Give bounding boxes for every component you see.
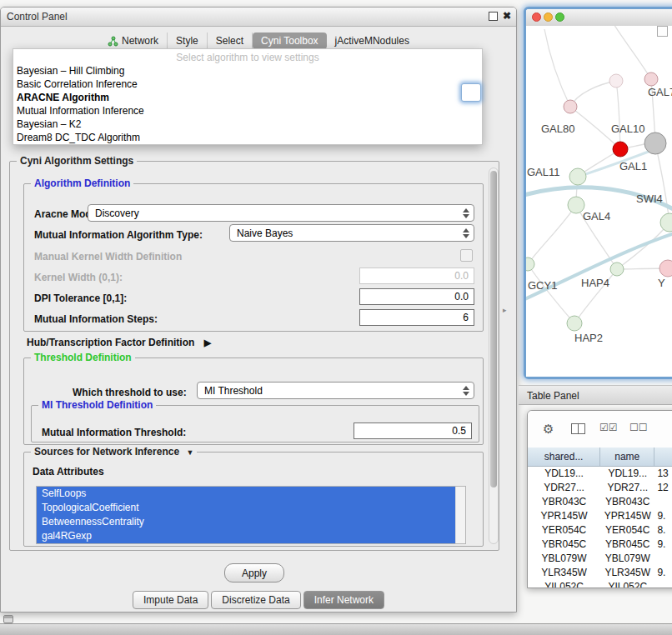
desktop: Control Panel ✖ Network Style Select Cyn bbox=[0, 0, 672, 635]
control-panel-window: Control Panel ✖ Network Style Select Cyn bbox=[0, 7, 517, 612]
close-icon[interactable]: ✖ bbox=[503, 11, 511, 21]
table-window: ⚙ ☑☑ ☐☐ shared... name YDL19...YDL19...1… bbox=[527, 410, 672, 588]
tab-network[interactable]: Network bbox=[99, 32, 168, 49]
mi-type-select[interactable]: Naive Bayes bbox=[229, 224, 474, 242]
tab-cyni-toolbox[interactable]: Cyni Toolbox bbox=[253, 32, 326, 49]
column-header-shared-name[interactable]: shared... bbox=[528, 448, 600, 466]
table-row[interactable]: YDL19...YDL19...13 bbox=[528, 466, 672, 480]
node-label: Y bbox=[658, 277, 665, 289]
tab-style[interactable]: Style bbox=[168, 32, 208, 49]
table-row[interactable]: YPR145WYPR145W9. bbox=[528, 508, 672, 522]
table-row[interactable]: YER054CYER054C8. bbox=[528, 522, 672, 537]
dropdown-item[interactable]: Basic Correlation Inference bbox=[13, 78, 482, 91]
node-label: GAL1 bbox=[619, 160, 647, 172]
dpi-tolerance-label: DPI Tolerance [0,1]: bbox=[34, 292, 127, 304]
mi-steps-input[interactable]: 6 bbox=[359, 309, 474, 326]
tab-style-label: Style bbox=[176, 35, 198, 47]
cell bbox=[654, 494, 672, 508]
network-window-titlebar[interactable] bbox=[526, 9, 672, 27]
node-label: HAP4 bbox=[581, 277, 609, 289]
attribute-list[interactable]: SelfLoops TopologicalCoefficient Between… bbox=[36, 486, 466, 544]
focused-search-button[interactable] bbox=[461, 83, 481, 102]
network-node-gcy1[interactable] bbox=[526, 258, 534, 271]
dropdown-item[interactable]: Mutual Information Inference bbox=[13, 104, 482, 118]
table-panel-title: Table Panel bbox=[527, 390, 579, 402]
node-label: HAP2 bbox=[574, 332, 603, 344]
dropdown-item[interactable]: Bayesian – Hill Climbing bbox=[13, 64, 482, 78]
network-canvas[interactable]: GAL7 GAL80 GAL10 GAL11 GAL1 SWI4 GAL4 GC… bbox=[526, 26, 672, 377]
table-row[interactable]: YDR27...YDR27...12 bbox=[528, 480, 672, 494]
dock-panel-icon[interactable] bbox=[3, 615, 13, 623]
sources-title-label: Sources for Network Inference bbox=[34, 446, 179, 458]
column-layout-icon[interactable] bbox=[571, 423, 585, 434]
tab-select[interactable]: Select bbox=[208, 32, 253, 49]
sources-title[interactable]: Sources for Network Inference ▼ bbox=[31, 446, 197, 458]
deselect-all-icon[interactable]: ☐☐ bbox=[629, 422, 648, 433]
cell: 12 bbox=[654, 480, 672, 494]
dropdown-placeholder[interactable]: Select algorithm to view settings bbox=[13, 51, 482, 64]
tab-infer-network[interactable]: Infer Network bbox=[303, 591, 384, 609]
table-panel-header[interactable]: Table Panel bbox=[519, 385, 672, 405]
table-row[interactable]: YBL079WYBL079W bbox=[528, 551, 672, 565]
tab-impute-data[interactable]: Impute Data bbox=[133, 591, 208, 609]
float-window-icon[interactable] bbox=[489, 12, 498, 21]
control-panel-titlebar[interactable]: Control Panel ✖ bbox=[1, 8, 516, 27]
network-node-pink[interactable] bbox=[659, 260, 672, 277]
network-node-selected-red[interactable] bbox=[613, 142, 628, 157]
network-node-gal7[interactable] bbox=[644, 72, 658, 86]
settings-scrollbar[interactable] bbox=[489, 168, 499, 544]
stepper-arrows-icon bbox=[463, 228, 469, 238]
network-node-hap4[interactable] bbox=[610, 262, 624, 276]
cyni-settings-group: Cyni Algorithm Settings Algorithm Defini… bbox=[9, 161, 499, 551]
zoom-traffic-light[interactable] bbox=[555, 12, 564, 22]
apply-button[interactable]: Apply bbox=[224, 563, 284, 582]
cell: YLR345W bbox=[528, 565, 600, 579]
dropdown-item[interactable]: Dream8 DC_TDC Algorithm bbox=[13, 131, 482, 144]
attribute-item-selected[interactable]: BetweennessCentrality bbox=[37, 515, 456, 529]
dropdown-item-selected[interactable]: ARACNE Algorithm bbox=[13, 91, 482, 104]
expanded-arrow-icon: ▼ bbox=[186, 448, 193, 457]
mi-threshold-input[interactable]: 0.5 bbox=[354, 422, 472, 439]
close-traffic-light[interactable] bbox=[532, 12, 541, 22]
network-node-gal4[interactable] bbox=[568, 197, 584, 213]
network-node-gal1[interactable] bbox=[569, 168, 586, 185]
hub-section-label: Hub/Transcription Factor Definition bbox=[27, 337, 194, 348]
which-threshold-select[interactable]: MI Threshold bbox=[197, 382, 474, 399]
dpi-tolerance-input[interactable]: 0.0 bbox=[359, 288, 474, 305]
attribute-item-selected[interactable]: gal4RGexp bbox=[37, 529, 456, 543]
network-node-gal80[interactable] bbox=[564, 100, 577, 113]
attribute-item-selected[interactable]: SelfLoops bbox=[37, 487, 456, 501]
node-label: GAL11 bbox=[527, 166, 560, 178]
select-all-icon[interactable]: ☑☑ bbox=[599, 422, 618, 433]
column-header-name[interactable]: name bbox=[600, 448, 654, 466]
attribute-item-selected[interactable]: TopologicalCoefficient bbox=[37, 501, 456, 515]
birdseye-toggle[interactable] bbox=[657, 26, 668, 37]
network-node-gray[interactable] bbox=[644, 132, 666, 154]
minimize-traffic-light[interactable] bbox=[544, 12, 553, 22]
network-view-window: GAL7 GAL80 GAL10 GAL11 GAL1 SWI4 GAL4 GC… bbox=[524, 7, 672, 379]
aracne-mode-select[interactable]: Discovery bbox=[88, 204, 474, 222]
settings-gear-icon[interactable]: ⚙ bbox=[543, 422, 554, 437]
table-row[interactable]: YLR345WYLR345W9. bbox=[528, 565, 672, 579]
mi-type-label: Mutual Information Algorithm Type: bbox=[34, 229, 203, 241]
table-row[interactable]: YBR043CYBR043C bbox=[528, 494, 672, 508]
which-threshold-value: MI Threshold bbox=[204, 385, 263, 397]
table-row[interactable]: YBR045CYBR045C9. bbox=[528, 537, 672, 551]
tab-jactivemnodules[interactable]: jActiveMNodules bbox=[327, 32, 418, 49]
cell: YIL052C bbox=[528, 579, 600, 588]
kernel-width-input[interactable]: 0.0 bbox=[359, 268, 474, 284]
kernel-width-label: Kernel Width (0,1): bbox=[34, 272, 123, 283]
network-node[interactable] bbox=[660, 213, 672, 232]
tab-discretize-data[interactable]: Discretize Data bbox=[211, 591, 300, 609]
manual-kernel-checkbox[interactable] bbox=[460, 249, 473, 262]
network-node[interactable] bbox=[609, 74, 623, 88]
column-header-extra[interactable] bbox=[654, 448, 672, 466]
cell: YBL079W bbox=[528, 551, 600, 565]
scrollbar-thumb[interactable] bbox=[490, 171, 497, 488]
table-row[interactable]: YIL052CYIL052C bbox=[528, 579, 672, 588]
network-node-hap2[interactable] bbox=[567, 316, 582, 331]
list-scrollbar[interactable] bbox=[455, 487, 465, 543]
panel-splitter-arrow[interactable]: ▸ bbox=[503, 306, 507, 314]
dropdown-item[interactable]: Bayesian – K2 bbox=[13, 118, 482, 131]
hub-section-toggle[interactable]: Hub/Transcription Factor Definition ▶ bbox=[27, 337, 211, 348]
